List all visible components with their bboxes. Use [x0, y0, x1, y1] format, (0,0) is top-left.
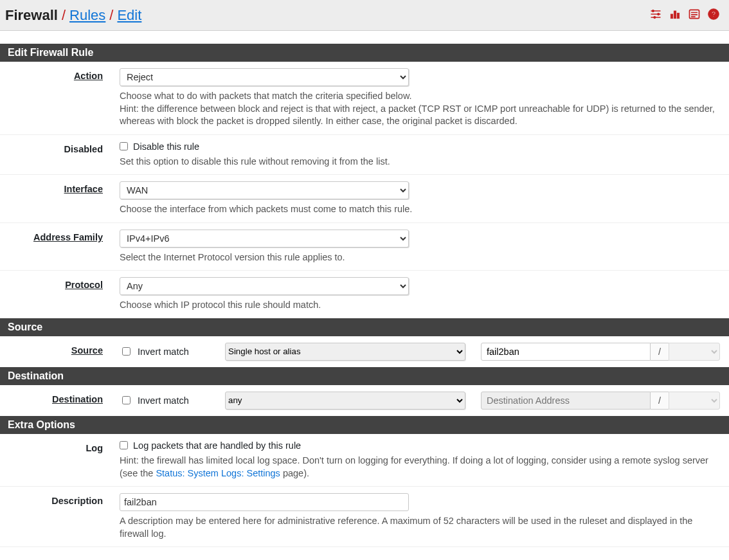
log-help: Hint: the firewall has limited local log…	[120, 455, 720, 480]
log-label: Log	[0, 440, 120, 453]
svg-point-1	[658, 13, 660, 15]
log-checkbox-label: Log packets that are handled by this rul…	[133, 440, 301, 451]
svg-point-2	[654, 16, 656, 18]
breadcrumb-sep: /	[62, 7, 66, 24]
svg-rect-3	[670, 14, 672, 19]
source-mask-slash: /	[651, 343, 669, 361]
source-label: Source	[0, 343, 120, 356]
topbar: Firewall / Rules / Edit ?	[0, 0, 729, 31]
destination-mask-select	[669, 392, 720, 410]
destination-invert-label: Invert match	[138, 395, 189, 406]
svg-rect-4	[674, 11, 676, 19]
section-source: Source	[0, 318, 729, 336]
source-type-select[interactable]: Single host or alias	[225, 343, 465, 361]
breadcrumb-edit[interactable]: Edit	[117, 7, 141, 24]
help-icon[interactable]: ?	[707, 8, 720, 23]
interface-label: Interface	[0, 181, 120, 194]
disabled-help: Set this option to disable this rule wit…	[120, 156, 720, 168]
action-help: Choose what to do with packets that matc…	[120, 90, 720, 128]
protocol-select[interactable]: Any	[120, 277, 409, 295]
source-invert-checkbox[interactable]	[122, 347, 130, 356]
destination-mask-slash: /	[651, 392, 669, 410]
address-family-select[interactable]: IPv4+IPv6	[120, 230, 409, 248]
sliders-icon[interactable]	[649, 8, 662, 23]
log-checkbox[interactable]	[120, 441, 128, 449]
source-mask-select	[669, 343, 720, 361]
section-extra: Extra Options	[0, 416, 729, 434]
destination-label: Destination	[0, 392, 120, 404]
svg-rect-5	[677, 13, 679, 18]
bar-chart-icon[interactable]	[669, 8, 681, 23]
svg-point-0	[652, 10, 654, 12]
breadcrumb-rules[interactable]: Rules	[69, 7, 105, 24]
protocol-label: Protocol	[0, 277, 120, 290]
destination-address-input	[481, 392, 651, 410]
svg-text:?: ?	[711, 10, 716, 18]
log-help-link[interactable]: Status: System Logs: Settings	[156, 468, 280, 478]
interface-select[interactable]: WAN	[120, 181, 409, 199]
destination-invert-checkbox[interactable]	[122, 396, 130, 404]
source-invert-label: Invert match	[138, 347, 189, 357]
breadcrumb: Firewall / Rules / Edit	[5, 7, 141, 24]
action-label: Action	[0, 68, 120, 81]
action-select[interactable]: Reject	[120, 68, 409, 86]
description-label: Description	[0, 493, 120, 506]
section-edit-rule: Edit Firewall Rule	[0, 44, 729, 62]
disabled-label: Disabled	[0, 141, 120, 154]
address-family-label: Address Family	[0, 230, 120, 242]
description-help: A description may be entered here for ad…	[120, 515, 720, 540]
description-input[interactable]	[120, 493, 409, 511]
address-family-help: Select the Internet Protocol version thi…	[120, 251, 720, 264]
protocol-help: Choose which IP protocol this rule shoul…	[120, 299, 720, 312]
section-destination: Destination	[0, 367, 729, 385]
source-address-input[interactable]	[481, 343, 651, 361]
breadcrumb-root: Firewall	[5, 7, 58, 24]
disabled-checkbox-label: Disable this rule	[133, 141, 199, 152]
destination-type-select[interactable]: any	[225, 392, 465, 410]
breadcrumb-sep: /	[109, 7, 113, 24]
interface-help: Choose the interface from which packets …	[120, 203, 720, 216]
log-icon[interactable]	[688, 8, 701, 23]
disabled-checkbox[interactable]	[120, 142, 128, 150]
